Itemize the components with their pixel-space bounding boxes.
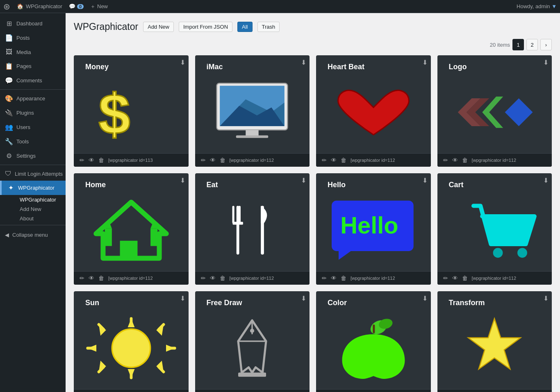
edit-icon-heartbeat[interactable]: ✏: [322, 157, 327, 163]
edit-icon-imac[interactable]: ✏: [201, 157, 206, 163]
download-icon-hello[interactable]: ⬇: [422, 177, 428, 184]
card-footer-heartbeat: ✏ 👁 🗑 [wpgraphicator id=112: [316, 153, 431, 167]
card-thumb-logo: [437, 71, 552, 153]
sidebar-item-pages[interactable]: 📋 Pages: [0, 59, 66, 73]
card-title-sun: Sun: [80, 295, 105, 307]
sidebar-sub-add-new[interactable]: Add New: [15, 204, 66, 214]
sidebar-item-dashboard[interactable]: ⊞ Dashboard: [0, 16, 66, 31]
card-footer-cart: ✏ 👁 🗑 [wpgraphicator id=112: [437, 271, 552, 285]
page-2-button[interactable]: 2: [526, 39, 538, 50]
view-icon-heartbeat[interactable]: 👁: [331, 157, 337, 163]
download-icon-home[interactable]: ⬇: [180, 177, 185, 184]
card-thumb-sun: [74, 307, 189, 389]
home-icon: 🏠: [17, 3, 23, 9]
view-icon-eat[interactable]: 👁: [210, 275, 216, 281]
sidebar-item-limit-login[interactable]: 🛡 Limit Login Attempts: [0, 167, 66, 181]
view-icon-imac[interactable]: 👁: [210, 157, 216, 163]
card-thumb-transform: [437, 307, 552, 389]
svg-rect-21: [233, 222, 244, 225]
import-json-button[interactable]: Import From JSON: [179, 22, 232, 32]
card-title-transform: Transform: [443, 295, 491, 307]
new-button[interactable]: ＋ New: [90, 3, 108, 10]
svg-rect-14: [105, 229, 112, 246]
view-icon-home[interactable]: 👁: [89, 275, 94, 281]
edit-icon-eat[interactable]: ✏: [201, 275, 206, 281]
delete-icon-eat[interactable]: 🗑: [220, 275, 225, 281]
download-icon-imac[interactable]: ⬇: [301, 59, 306, 66]
download-icon-heartbeat[interactable]: ⬇: [422, 59, 428, 66]
card-home: Home ⬇: [74, 173, 189, 285]
sidebar-sub-menu: WPGraphicator Add New About: [0, 195, 66, 223]
download-icon-cart[interactable]: ⬇: [543, 177, 549, 184]
card-sun: Sun ⬇: [74, 291, 189, 392]
svg-text:Hello: Hello: [340, 213, 398, 239]
card-title-home: Home: [80, 177, 112, 189]
delete-icon-money[interactable]: 🗑: [98, 157, 104, 163]
download-icon-money[interactable]: ⬇: [180, 59, 185, 66]
site-name[interactable]: 🏠 WPGraphicator: [17, 3, 62, 9]
sidebar-item-appearance[interactable]: 🎨 Appearance: [0, 91, 66, 106]
view-icon-cart[interactable]: 👁: [452, 275, 458, 281]
sidebar-sub-wpgraphicator[interactable]: WPGraphicator: [15, 195, 66, 204]
delete-icon-heartbeat[interactable]: 🗑: [341, 157, 346, 163]
download-icon-color[interactable]: ⬇: [422, 295, 428, 302]
delete-icon-hello[interactable]: 🗑: [341, 275, 346, 281]
card-thumb-home: [74, 189, 189, 271]
shortcode-heartbeat: [wpgraphicator id=112: [351, 158, 395, 163]
svg-marker-42: [99, 361, 106, 372]
sidebar-item-users[interactable]: 👥 Users: [0, 120, 66, 134]
view-icon-money[interactable]: 👁: [89, 157, 94, 163]
download-icon-eat[interactable]: ⬇: [301, 177, 306, 184]
edit-icon-logo[interactable]: ✏: [443, 157, 448, 163]
card-title-imac: iMac: [201, 59, 229, 71]
dashboard-icon: ⊞: [5, 20, 13, 27]
collapse-menu-button[interactable]: ◀ Collapse menu: [0, 229, 66, 241]
sidebar-item-tools[interactable]: 🔧 Tools: [0, 134, 66, 149]
delete-icon-imac[interactable]: 🗑: [220, 157, 225, 163]
next-page-button[interactable]: ›: [540, 39, 552, 50]
edit-icon-money[interactable]: ✏: [80, 157, 84, 163]
card-heartbeat: Heart Beat ⬇ ✏ 👁 🗑 [wpgraphicator id=112: [316, 55, 431, 167]
svg-marker-53: [469, 319, 521, 369]
svg-marker-36: [127, 319, 134, 327]
card-freedraw: Free Draw ⬇ ✏: [195, 291, 310, 392]
sidebar-sub-about[interactable]: About: [15, 214, 66, 223]
delete-icon-home[interactable]: 🗑: [98, 275, 104, 281]
sidebar-item-wpgraphicator[interactable]: ✦ WPGraphicator: [0, 181, 66, 195]
view-icon-logo[interactable]: 👁: [452, 157, 458, 163]
admin-link[interactable]: ▼: [551, 3, 557, 9]
all-filter-button[interactable]: All: [237, 22, 252, 32]
shortcode-eat: [wpgraphicator id=112: [230, 276, 274, 281]
svg-point-44: [112, 329, 150, 367]
comments-button[interactable]: 💬 0: [69, 3, 84, 9]
svg-rect-17: [150, 229, 157, 246]
edit-icon-home[interactable]: ✏: [80, 275, 84, 281]
sidebar-item-posts[interactable]: 📄 Posts: [0, 31, 66, 45]
edit-icon-cart[interactable]: ✏: [443, 275, 448, 281]
sidebar-item-comments[interactable]: 💬 Comments: [0, 73, 66, 88]
download-icon-freedraw[interactable]: ⬇: [301, 295, 306, 302]
card-logo: Logo ⬇ ✏ 👁: [437, 55, 552, 167]
card-eat: Eat ⬇ ✏: [195, 173, 310, 285]
add-new-button[interactable]: Add New: [143, 22, 174, 32]
sidebar-item-media[interactable]: 🖼 Media: [0, 45, 66, 59]
delete-icon-cart[interactable]: 🗑: [462, 275, 468, 281]
download-icon-sun[interactable]: ⬇: [180, 295, 185, 302]
page-header: WPGraphicator Add New Import From JSON A…: [74, 21, 552, 32]
view-icon-hello[interactable]: 👁: [331, 275, 337, 281]
edit-icon-hello[interactable]: ✏: [322, 275, 327, 281]
download-icon-transform[interactable]: ⬇: [543, 295, 549, 302]
sidebar-divider-1: [0, 89, 66, 90]
sidebar-item-settings[interactable]: ⚙ Settings: [0, 149, 66, 163]
sidebar-item-plugins[interactable]: 🔌 Plugins: [0, 106, 66, 120]
page-1-button[interactable]: 1: [512, 39, 524, 50]
card-footer-eat: ✏ 👁 🗑 [wpgraphicator id=112: [195, 271, 310, 285]
delete-icon-logo[interactable]: 🗑: [462, 157, 468, 163]
svg-marker-24: [339, 251, 351, 260]
plus-icon: ＋: [90, 3, 96, 10]
collapse-icon: ◀: [5, 232, 9, 238]
card-hello: Hello ⬇ Hello ✏ 👁 🗑: [316, 173, 431, 285]
trash-filter-button[interactable]: Trash: [257, 22, 280, 32]
card-thumb-color: [316, 307, 431, 389]
download-icon-logo[interactable]: ⬇: [543, 59, 549, 66]
